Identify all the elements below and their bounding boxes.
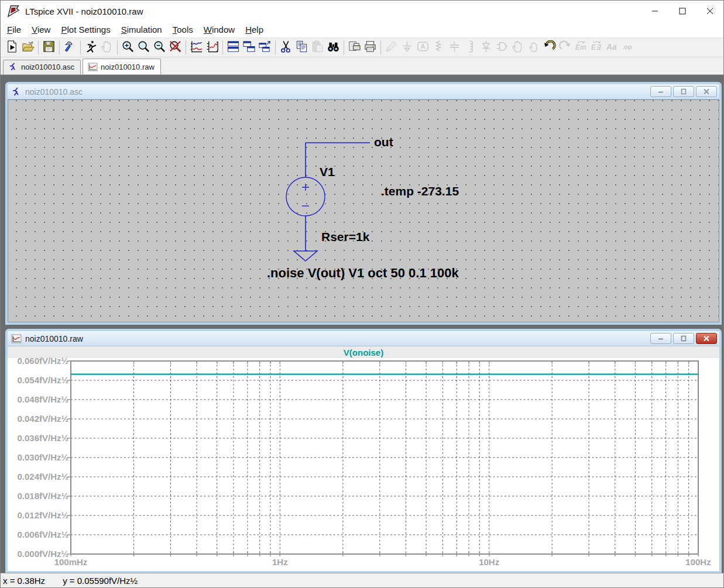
open-button[interactable] xyxy=(20,39,36,56)
ground-symbol[interactable] xyxy=(294,251,317,261)
menu-view[interactable]: View xyxy=(26,23,56,36)
y-axis-tick-label: 0.036fV/Hz½ xyxy=(8,433,68,443)
y-axis-tick-label: 0.024fV/Hz½ xyxy=(8,472,68,482)
window-controls xyxy=(641,1,723,22)
x-axis-tick-label: 100Hz xyxy=(685,557,711,567)
menu-plot-settings[interactable]: Plot Settings xyxy=(56,23,115,36)
tab-waveform[interactable]: noiz010010.raw xyxy=(83,59,161,74)
schematic-minimize-button[interactable] xyxy=(650,86,671,97)
schematic-window-titlebar[interactable]: noiz010010.asc xyxy=(8,84,719,99)
label-net-icon: A xyxy=(416,40,430,56)
tile-windows-button[interactable] xyxy=(225,39,241,56)
cursor-x-readout: x = 0.38Hz xyxy=(3,576,45,586)
zoom-back-button[interactable] xyxy=(136,39,152,56)
wire-icon xyxy=(385,40,398,56)
y-axis-tick-label: 0.012fV/Hz½ xyxy=(8,510,68,520)
ground-icon xyxy=(400,40,414,56)
save-button[interactable] xyxy=(41,39,57,56)
new-schematic-button[interactable] xyxy=(4,39,20,56)
plot-settings-icon xyxy=(205,40,219,56)
temp-directive-text[interactable]: .temp -273.15 xyxy=(381,184,459,198)
waveform-close-button[interactable] xyxy=(696,333,717,344)
x-axis-tick-label: 100mHz xyxy=(54,557,88,567)
zoom-in-icon xyxy=(121,40,135,56)
component-name-label[interactable]: V1 xyxy=(320,165,335,179)
schematic-file-icon xyxy=(11,87,22,97)
waveform-maximize-button[interactable] xyxy=(673,333,694,344)
toolbar-separator xyxy=(380,40,381,54)
control-panel-button[interactable] xyxy=(62,39,78,56)
print-icon xyxy=(363,40,377,56)
run-button[interactable] xyxy=(83,39,99,56)
print-button[interactable] xyxy=(362,39,378,56)
menu-window[interactable]: Window xyxy=(198,23,240,36)
resistor-button xyxy=(431,39,447,56)
zoom-out-button[interactable] xyxy=(152,39,167,56)
spice-directive-icon: .op xyxy=(622,40,635,56)
copy-icon xyxy=(295,40,308,56)
plot-area[interactable] xyxy=(71,361,698,554)
waveform-minimize-button[interactable] xyxy=(650,333,671,344)
y-axis-tick-label: 0.030fV/Hz½ xyxy=(8,452,68,462)
x-axis-tick-label: 1Hz xyxy=(272,557,288,567)
waveform-window-titlebar[interactable]: noiz010010.raw xyxy=(8,331,719,346)
spice-directive-button: .op xyxy=(620,39,636,56)
toolbar-separator xyxy=(275,40,276,54)
minimize-button[interactable] xyxy=(641,1,668,22)
voltage-source-symbol[interactable] xyxy=(286,177,325,216)
window-title: LTspice XVII - noiz010010.raw xyxy=(25,6,143,16)
plot-title[interactable]: V(onoise) xyxy=(8,346,719,359)
ltspice-main-window: LTspice XVII - noiz010010.raw FileViewPl… xyxy=(0,0,724,588)
waveform-file-icon xyxy=(11,334,22,343)
y-axis-tick-label: 0.060fV/Hz½ xyxy=(8,356,68,366)
menu-bar: FileViewPlot SettingsSimulationToolsWind… xyxy=(1,22,723,37)
print-preview-button[interactable] xyxy=(346,39,362,56)
resistor-icon xyxy=(432,40,445,56)
inductor-icon xyxy=(464,40,477,56)
schematic-maximize-button[interactable] xyxy=(673,86,694,97)
toolbar-separator xyxy=(38,40,39,54)
zoom-full-extents-button[interactable] xyxy=(167,39,183,56)
y-axis-tick-label: 0.042fV/Hz½ xyxy=(8,414,68,424)
schematic-window-title: noiz010010.asc xyxy=(25,87,83,97)
schematic-tab-icon xyxy=(8,63,18,71)
toolbar-separator xyxy=(80,40,81,54)
tab-schematic[interactable]: noiz010010.asc xyxy=(3,60,81,74)
menu-tools[interactable]: Tools xyxy=(167,23,198,36)
schematic-close-button[interactable] xyxy=(696,86,717,97)
copy-button[interactable] xyxy=(294,39,310,56)
schematic-canvas[interactable]: out V1 .temp -273.15 Rser=1k .noise V(ou… xyxy=(8,99,719,322)
menu-help[interactable]: Help xyxy=(240,23,269,36)
move-icon xyxy=(511,40,524,56)
noise-directive-text[interactable]: .noise V(out) V1 oct 50 0.1 100k xyxy=(267,266,459,281)
waveform-plot-pane[interactable]: V(onoise) 0.060fV/Hz½0.054fV/Hz½0.048fV/… xyxy=(8,346,719,571)
net-label[interactable]: out xyxy=(374,135,393,149)
wire-button xyxy=(383,39,399,56)
redo-button xyxy=(557,39,573,56)
close-button[interactable] xyxy=(696,1,723,22)
svg-text:E∃: E∃ xyxy=(591,43,602,51)
halt-icon xyxy=(100,40,114,56)
autorange-y-button[interactable] xyxy=(188,39,204,56)
cut-icon xyxy=(279,40,293,56)
cascade-windows-button[interactable] xyxy=(241,39,257,56)
svg-text:.op: .op xyxy=(622,43,632,50)
maximize-button[interactable] xyxy=(668,1,696,22)
svg-text:Aa: Aa xyxy=(606,42,617,51)
cut-button[interactable] xyxy=(278,39,294,56)
find-button[interactable] xyxy=(325,39,341,56)
undo-button[interactable] xyxy=(541,39,557,56)
print-preview-icon xyxy=(348,40,361,56)
rotate-button: E∃ xyxy=(589,39,605,56)
open-new-window-button[interactable] xyxy=(257,39,273,56)
menu-simulation[interactable]: Simulation xyxy=(116,23,167,36)
plot-settings-button[interactable] xyxy=(204,39,220,56)
status-bar: x = 0.38Hz y = 0.05590fV/Hz½ xyxy=(1,573,723,587)
drag-icon xyxy=(527,40,540,56)
rotate-icon: E∃ xyxy=(590,40,603,56)
menu-file[interactable]: File xyxy=(2,23,26,36)
rser-label[interactable]: Rser=1k xyxy=(321,230,369,244)
y-axis-tick-label: 0.006fV/Hz½ xyxy=(8,529,68,539)
capacitor-button xyxy=(447,39,462,56)
zoom-in-button[interactable] xyxy=(120,39,136,56)
